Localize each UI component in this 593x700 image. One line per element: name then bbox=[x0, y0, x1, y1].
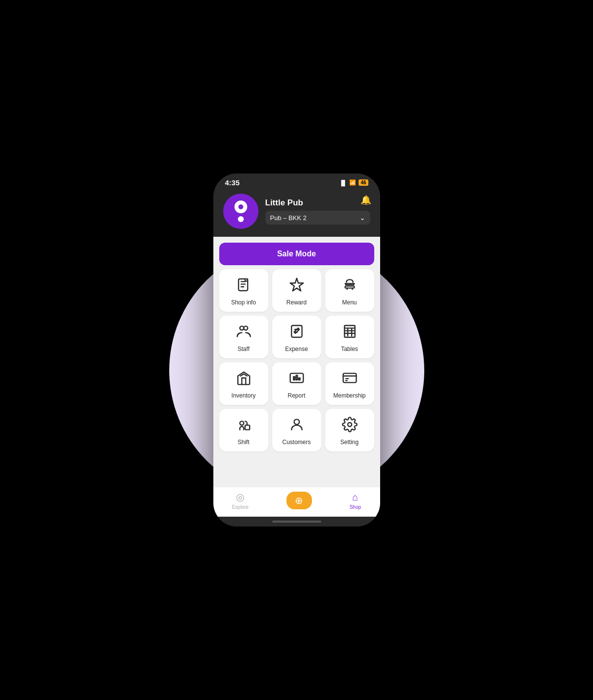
content-area: Sale Mode Shop info Reward bbox=[213, 237, 380, 487]
svg-rect-6 bbox=[343, 374, 356, 383]
explore-icon: ◎ bbox=[236, 491, 244, 503]
svg-point-2 bbox=[240, 326, 244, 330]
shift-icon bbox=[236, 417, 252, 435]
sale-mode-button[interactable]: Sale Mode bbox=[219, 243, 374, 265]
tables-label: Tables bbox=[341, 346, 358, 352]
nav-item-explore[interactable]: ◎ Explore bbox=[232, 491, 249, 510]
svg-point-3 bbox=[244, 326, 248, 330]
report-icon bbox=[289, 370, 305, 388]
avatar bbox=[223, 194, 258, 229]
report-label: Report bbox=[287, 392, 305, 399]
grid-item-report[interactable]: Report bbox=[272, 362, 321, 405]
home-bar bbox=[272, 521, 321, 523]
bell-icon[interactable]: 🔔 bbox=[361, 195, 371, 205]
setting-icon bbox=[342, 417, 358, 435]
svg-point-7 bbox=[240, 421, 244, 425]
grid-item-menu[interactable]: Menu bbox=[325, 269, 374, 312]
inventory-label: Inventory bbox=[232, 392, 256, 399]
svg-point-9 bbox=[294, 419, 299, 425]
grid-item-staff[interactable]: Staff bbox=[219, 316, 268, 358]
branch-selector[interactable]: Pub – BKK 2 ⌄ bbox=[265, 211, 370, 225]
wifi-icon: 📶 bbox=[349, 179, 356, 186]
svg-rect-5 bbox=[344, 325, 355, 337]
bottom-nav: ◎ Explore ⊕ ⌂ Shop bbox=[213, 487, 380, 517]
expense-label: Expense bbox=[285, 346, 308, 352]
menu-label: Menu bbox=[342, 299, 357, 306]
grid-item-reward[interactable]: Reward bbox=[272, 269, 321, 312]
grid-item-expense[interactable]: Expense bbox=[272, 316, 321, 358]
setting-label: Setting bbox=[340, 439, 359, 446]
chevron-down-icon: ⌄ bbox=[360, 214, 365, 222]
membership-label: Membership bbox=[333, 392, 365, 399]
customers-label: Customers bbox=[282, 439, 310, 446]
shop-info-label: Shop info bbox=[231, 299, 256, 306]
battery-badge: 46 bbox=[359, 179, 368, 186]
svg-point-10 bbox=[348, 423, 352, 426]
shop-nav-icon: ⌂ bbox=[352, 492, 358, 503]
shift-label: Shift bbox=[237, 439, 249, 446]
grid-item-shop-info[interactable]: Shop info bbox=[219, 269, 268, 312]
customers-icon bbox=[289, 417, 305, 435]
staff-icon bbox=[236, 324, 252, 342]
grid-item-tables[interactable]: Tables bbox=[325, 316, 374, 358]
expense-icon bbox=[289, 324, 305, 342]
phone-frame: 4:35 ▐▌ 📶 46 Little Pub Pub – BKK bbox=[213, 174, 380, 526]
inventory-icon bbox=[236, 370, 252, 388]
shop-name: Little Pub bbox=[265, 198, 370, 208]
grid-item-customers[interactable]: Customers bbox=[272, 409, 321, 451]
grid-item-inventory[interactable]: Inventory bbox=[219, 362, 268, 405]
grid-item-shift[interactable]: Shift bbox=[219, 409, 268, 451]
branch-name: Pub – BKK 2 bbox=[270, 214, 307, 222]
nav-item-shop[interactable]: ⌂ Shop bbox=[350, 492, 361, 510]
membership-icon bbox=[342, 370, 358, 388]
shop-info-icon bbox=[236, 277, 252, 295]
scan-icon: ⊕ bbox=[295, 495, 303, 506]
grid-item-setting[interactable]: Setting bbox=[325, 409, 374, 451]
header: Little Pub Pub – BKK 2 ⌄ 🔔 bbox=[213, 190, 380, 237]
reward-label: Reward bbox=[286, 299, 307, 306]
status-bar: 4:35 ▐▌ 📶 46 bbox=[213, 174, 380, 190]
staff-label: Staff bbox=[237, 346, 249, 352]
menu-grid: Shop info Reward Menu bbox=[213, 269, 380, 457]
menu-icon bbox=[342, 277, 358, 295]
shop-nav-label: Shop bbox=[350, 504, 361, 510]
signal-icon: ▐▌ bbox=[339, 180, 347, 186]
reward-icon bbox=[289, 277, 305, 295]
status-icons: ▐▌ 📶 46 bbox=[339, 179, 368, 186]
status-time: 4:35 bbox=[225, 178, 240, 187]
tables-icon bbox=[342, 324, 358, 342]
scene: 4:35 ▐▌ 📶 46 Little Pub Pub – BKK bbox=[169, 129, 424, 571]
nav-scan-button[interactable]: ⊕ bbox=[286, 492, 312, 509]
sale-mode-label: Sale Mode bbox=[277, 250, 316, 258]
svg-rect-8 bbox=[245, 425, 249, 429]
explore-label: Explore bbox=[232, 504, 249, 510]
header-info: Little Pub Pub – BKK 2 ⌄ bbox=[265, 198, 370, 225]
grid-item-membership[interactable]: Membership bbox=[325, 362, 374, 405]
home-indicator bbox=[213, 517, 380, 526]
svg-rect-1 bbox=[345, 286, 354, 288]
